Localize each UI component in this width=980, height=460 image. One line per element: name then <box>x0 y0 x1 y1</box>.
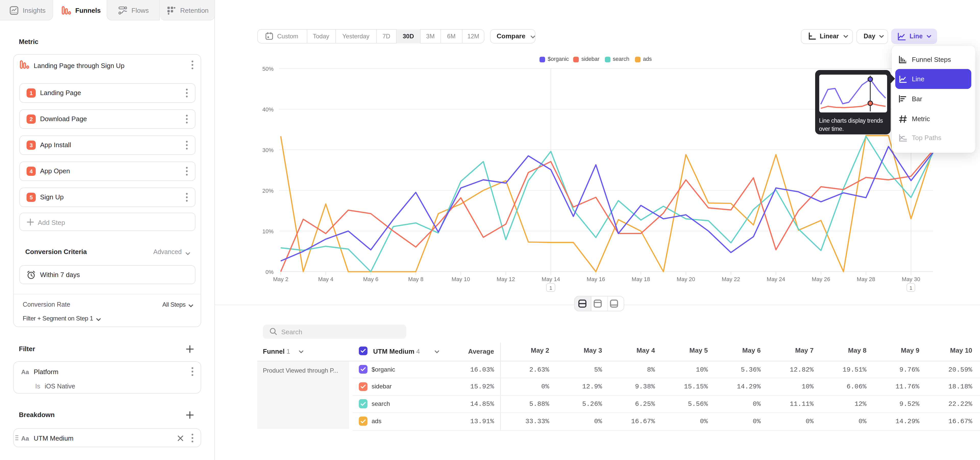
svg-text:May 30: May 30 <box>902 276 920 283</box>
svg-text:May 10: May 10 <box>452 276 470 283</box>
svg-text:May 26: May 26 <box>812 276 830 283</box>
svg-text:May 14: May 14 <box>542 276 560 283</box>
svg-text:May 6: May 6 <box>363 276 379 283</box>
svg-text:May 4: May 4 <box>318 276 333 283</box>
svg-text:May 8: May 8 <box>408 276 423 283</box>
svg-text:0%: 0% <box>266 269 274 275</box>
svg-text:50%: 50% <box>262 65 274 72</box>
svg-text:20%: 20% <box>262 188 274 194</box>
svg-text:May 28: May 28 <box>857 276 875 283</box>
svg-text:May 12: May 12 <box>496 276 515 283</box>
svg-text:30%: 30% <box>262 147 274 153</box>
svg-text:May 2: May 2 <box>273 276 288 283</box>
svg-text:May 24: May 24 <box>767 276 785 283</box>
svg-text:May 20: May 20 <box>677 276 695 283</box>
svg-text:May 22: May 22 <box>722 276 740 283</box>
svg-text:40%: 40% <box>262 106 274 113</box>
svg-text:10%: 10% <box>262 228 274 235</box>
svg-text:May 16: May 16 <box>587 276 605 283</box>
svg-text:May 18: May 18 <box>632 276 650 283</box>
